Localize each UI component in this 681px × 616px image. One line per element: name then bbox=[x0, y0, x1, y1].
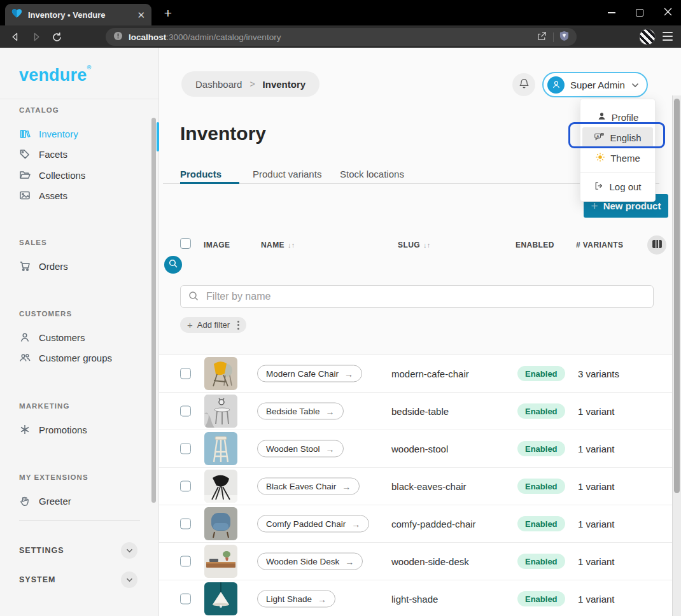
notifications-button[interactable] bbox=[512, 73, 535, 96]
column-header-image[interactable]: IMAGE bbox=[204, 241, 230, 249]
sidebar-item-customer-groups[interactable]: Customer groups bbox=[19, 347, 112, 368]
product-image[interactable] bbox=[204, 507, 237, 540]
sort-icon[interactable]: ↓↑ bbox=[423, 241, 431, 249]
product-name-chip[interactable]: Modern Cafe Chair→ bbox=[257, 365, 362, 382]
share-icon[interactable] bbox=[537, 31, 547, 44]
column-settings-button[interactable] bbox=[647, 235, 666, 255]
reload-icon[interactable] bbox=[50, 31, 63, 43]
sort-icon[interactable]: ↓↑ bbox=[288, 241, 295, 249]
tab-stock-locations[interactable]: Stock locations bbox=[340, 169, 404, 179]
maximize-icon[interactable] bbox=[636, 9, 643, 17]
product-name-chip[interactable]: Black Eaves Chair→ bbox=[257, 478, 360, 495]
language-icon: A bbox=[594, 132, 605, 144]
svg-text:A: A bbox=[597, 134, 600, 137]
sidebar-item-customers[interactable]: Customers bbox=[19, 327, 85, 347]
admin-app: vendure® CATALOG Inventory Facets Collec… bbox=[0, 48, 681, 616]
sidebar-scrollbar[interactable] bbox=[151, 118, 156, 503]
product-image[interactable] bbox=[204, 545, 237, 578]
tab-products[interactable]: Products bbox=[180, 169, 221, 179]
section-label-sales: SALES bbox=[19, 239, 47, 246]
url-path: :3000/admin/catalog/inventory bbox=[166, 32, 281, 42]
sidebar-item-orders[interactable]: Orders bbox=[19, 256, 68, 276]
variant-count: 1 variant bbox=[578, 594, 615, 605]
row-checkbox[interactable] bbox=[180, 519, 191, 529]
menu-item-profile[interactable]: Profile bbox=[582, 107, 653, 127]
select-all-checkbox[interactable] bbox=[180, 238, 191, 249]
menu-item-theme[interactable]: Theme bbox=[582, 148, 653, 168]
arrow-right-icon: → bbox=[342, 481, 351, 491]
menu-item-logout[interactable]: Log out bbox=[582, 176, 653, 197]
tab-close-icon[interactable]: ✕ bbox=[137, 10, 145, 20]
menu-item-language[interactable]: A English bbox=[582, 127, 653, 148]
page-scrollbar[interactable] bbox=[672, 95, 681, 616]
menu-item-label: Theme bbox=[610, 153, 640, 164]
vendure-logo[interactable]: vendure® bbox=[19, 64, 91, 85]
url-divider bbox=[553, 32, 554, 42]
add-filter-button[interactable]: + Add filter bbox=[180, 317, 246, 333]
user-menu-button[interactable]: Super Admin bbox=[542, 72, 648, 97]
sidebar-item-promotions[interactable]: Promotions bbox=[19, 419, 87, 440]
sidebar-section-settings[interactable]: SETTINGS bbox=[19, 542, 137, 559]
row-checkbox[interactable] bbox=[180, 594, 191, 605]
row-checkbox[interactable] bbox=[180, 368, 191, 379]
sidebar-item-assets[interactable]: Assets bbox=[19, 185, 67, 206]
browser-profile-avatar[interactable] bbox=[639, 29, 656, 45]
column-header-enabled[interactable]: ENABLED bbox=[516, 241, 554, 249]
sidebar-item-label: Collections bbox=[39, 170, 85, 181]
column-header-slug[interactable]: SLUG↓↑ bbox=[398, 241, 431, 249]
minimize-icon[interactable] bbox=[608, 12, 615, 13]
product-name-chip[interactable]: Wooden Side Desk→ bbox=[257, 553, 363, 570]
chevron-down-icon[interactable] bbox=[121, 542, 137, 559]
tab-product-variants[interactable]: Product variants bbox=[253, 169, 321, 179]
product-slug: black-eaves-chair bbox=[391, 481, 467, 492]
search-toggle-button[interactable] bbox=[164, 256, 182, 274]
sidebar-item-facets[interactable]: Facets bbox=[19, 144, 67, 164]
product-name-chip[interactable]: Light Shade→ bbox=[257, 591, 335, 608]
row-checkbox[interactable] bbox=[180, 444, 191, 454]
product-image[interactable] bbox=[204, 582, 237, 615]
scrollbar-thumb[interactable] bbox=[674, 99, 680, 493]
column-header-variants[interactable]: # VARIANTS bbox=[576, 241, 623, 249]
product-name-chip[interactable]: Bedside Table→ bbox=[257, 403, 344, 420]
chevron-down-icon[interactable] bbox=[121, 571, 137, 588]
column-header-name[interactable]: NAME↓↑ bbox=[261, 241, 295, 249]
row-checkbox[interactable] bbox=[180, 481, 191, 492]
product-image[interactable] bbox=[204, 395, 237, 428]
url-bar[interactable]: localhost:3000/admin/catalog/inventory bbox=[106, 28, 577, 46]
row-checkbox[interactable] bbox=[180, 406, 191, 417]
main-content: Dashboard > Inventory Super Admin Profil… bbox=[159, 48, 672, 616]
sidebar-item-collections[interactable]: Collections bbox=[19, 165, 85, 185]
new-tab-button[interactable]: + bbox=[159, 5, 177, 22]
breadcrumb[interactable]: Dashboard > Inventory bbox=[181, 71, 319, 97]
table-row: Wooden Stool→ wooden-stool Enabled 1 var… bbox=[159, 430, 672, 467]
kebab-menu-icon[interactable] bbox=[237, 321, 239, 330]
tab-title: Inventory • Vendure bbox=[28, 10, 131, 20]
product-slug: comfy-padded-chair bbox=[391, 519, 476, 529]
breadcrumb-root[interactable]: Dashboard bbox=[195, 79, 242, 90]
breadcrumb-separator-icon: > bbox=[249, 79, 255, 89]
sidebar-item-inventory[interactable]: Inventory bbox=[19, 123, 78, 144]
browser-tab[interactable]: Inventory • Vendure ✕ bbox=[5, 4, 151, 25]
sidebar-item-label: Facets bbox=[39, 149, 67, 160]
product-image[interactable] bbox=[204, 357, 237, 390]
menu-item-label: Log out bbox=[609, 181, 641, 192]
sidebar-item-greeter[interactable]: Greeter bbox=[19, 491, 71, 511]
brave-shield-icon[interactable] bbox=[559, 31, 569, 44]
row-checkbox[interactable] bbox=[180, 556, 191, 567]
filter-input[interactable] bbox=[180, 285, 654, 308]
product-image[interactable] bbox=[204, 470, 237, 503]
status-badge: Enabled bbox=[517, 591, 565, 606]
browser-menu-icon[interactable] bbox=[663, 32, 673, 41]
sidebar-section-system[interactable]: SYSTEM bbox=[19, 571, 137, 588]
product-name-chip[interactable]: Wooden Stool→ bbox=[257, 440, 344, 458]
sidebar-divider bbox=[0, 99, 158, 99]
product-slug: wooden-stool bbox=[391, 444, 448, 454]
variant-count: 1 variant bbox=[578, 519, 615, 529]
product-image[interactable] bbox=[204, 432, 237, 465]
profile-icon bbox=[597, 111, 607, 123]
back-icon[interactable] bbox=[9, 31, 22, 43]
product-name-chip[interactable]: Comfy Padded Chair→ bbox=[257, 515, 369, 533]
close-icon[interactable] bbox=[664, 7, 672, 18]
site-info-icon[interactable] bbox=[113, 31, 123, 43]
forward-icon[interactable] bbox=[30, 31, 43, 43]
